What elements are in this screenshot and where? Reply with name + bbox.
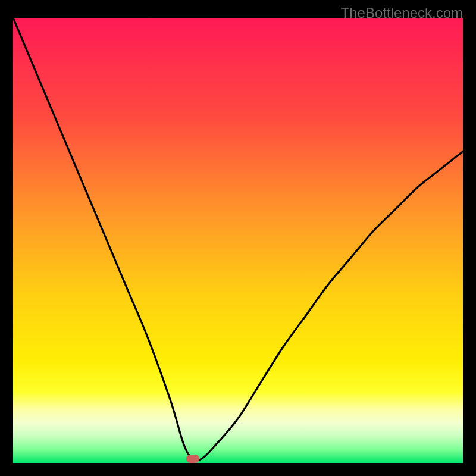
- chart-curve: [13, 18, 463, 463]
- chart-minimum-marker: [186, 455, 199, 463]
- watermark-text: TheBottleneck.com: [341, 5, 463, 21]
- chart-plot-area: [13, 18, 463, 463]
